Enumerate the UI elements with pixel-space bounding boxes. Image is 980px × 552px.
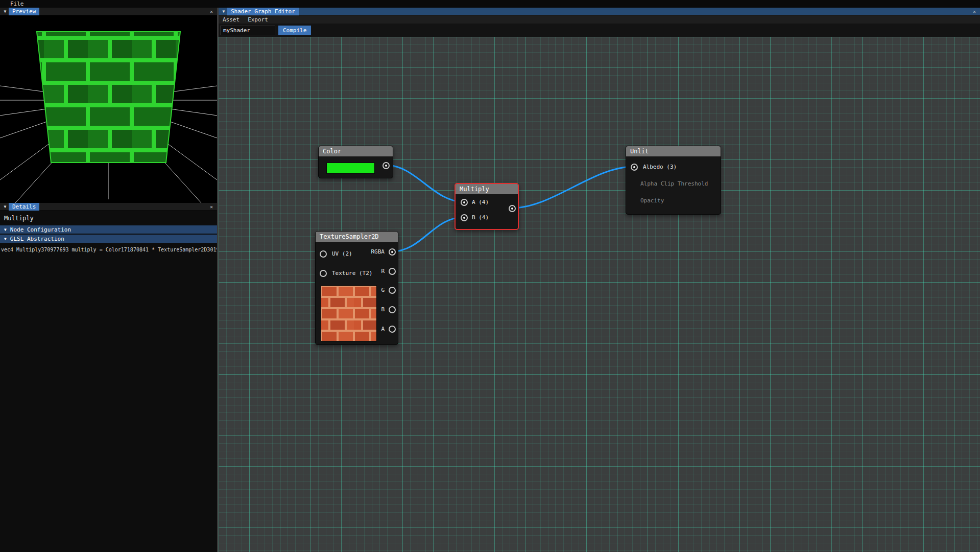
details-tab[interactable]: Details (9, 203, 39, 211)
preview-panel: ▼ Preview ✕ (0, 8, 217, 203)
details-body: Multiply ▼ Node Configuration ▼ GLSL Abs… (0, 211, 217, 552)
pin-multiply-a-input[interactable] (461, 199, 468, 206)
graph-titlebar[interactable]: ▼ Shader Graph Editor ✕ (219, 8, 980, 15)
pin-multiply-b-input[interactable] (461, 214, 468, 221)
pin-a-output[interactable] (389, 326, 396, 333)
node-multiply[interactable]: Multiply A (4) B (4) (455, 183, 519, 230)
pin-g-output[interactable] (389, 287, 396, 294)
port-label-a: A (381, 326, 385, 333)
node-texture-sampler-header[interactable]: TextureSampler2D (316, 232, 398, 242)
selected-node-name: Multiply (0, 213, 217, 224)
node-color[interactable]: Color (318, 146, 393, 178)
shader-name-input[interactable] (220, 26, 275, 35)
preview-3d-scene (0, 15, 217, 203)
collapse-arrow-icon[interactable]: ▼ (3, 204, 8, 209)
left-column: ▼ Preview ✕ (0, 8, 217, 552)
pin-b-output[interactable] (389, 306, 396, 313)
preview-titlebar[interactable]: ▼ Preview ✕ (0, 8, 217, 15)
app-window: File ▼ Preview ✕ (0, 0, 980, 552)
graph-canvas[interactable]: Color Multiply A (4) B (4) TextureSample… (219, 37, 980, 552)
wire-multiply-to-unlit-albedo[interactable] (512, 167, 634, 208)
graph-toolbar: Compile (219, 24, 980, 37)
node-multiply-header[interactable]: Multiply (456, 184, 518, 194)
wire-color-to-multiply-a[interactable] (386, 165, 464, 202)
graph-tab[interactable]: Shader Graph Editor (227, 8, 299, 15)
shader-graph-window: ▼ Shader Graph Editor ✕ Asset Export Com… (219, 8, 980, 552)
menu-export[interactable]: Export (244, 16, 272, 23)
collapse-arrow-icon[interactable]: ▼ (3, 9, 8, 14)
main-area: ▼ Preview ✕ (0, 8, 980, 552)
port-label-b: B (381, 306, 385, 313)
graph-menu-bar: Asset Export (219, 15, 980, 24)
port-label-r: R (381, 268, 385, 275)
collapse-arrow-icon[interactable]: ▼ (221, 9, 226, 14)
node-color-header[interactable]: Color (319, 146, 393, 156)
port-label-b: B (4) (472, 214, 489, 221)
port-label-a: A (4) (472, 199, 489, 206)
pin-uv-input[interactable] (320, 250, 327, 258)
port-label-opacity: Opacity (640, 197, 664, 204)
node-texture-sampler[interactable]: TextureSampler2D UV (2) Texture (T2) RGB… (315, 231, 398, 345)
port-label-alpha-clip-threshold: Alpha Clip Threshold (640, 180, 708, 188)
close-icon[interactable]: ✕ (208, 203, 215, 211)
close-icon[interactable]: ✕ (971, 8, 978, 15)
collapse-arrow-icon: ▼ (4, 237, 7, 241)
pin-rgba-output[interactable] (389, 248, 396, 256)
pin-r-output[interactable] (389, 268, 396, 275)
details-panel: ▼ Details ✕ Multiply ▼ Node Configuratio… (0, 203, 217, 552)
preview-mesh-wall (37, 32, 180, 163)
details-titlebar[interactable]: ▼ Details ✕ (0, 203, 217, 211)
port-label-g: G (381, 287, 385, 294)
port-label-uv: UV (2) (332, 250, 352, 258)
node-unlit[interactable]: Unlit Albedo (3) Alpha Clip Threshold Op… (626, 146, 721, 215)
texture-preview-thumbnail[interactable] (321, 285, 377, 341)
pin-multiply-output[interactable] (509, 205, 516, 212)
menu-file[interactable]: File (6, 1, 28, 7)
preview-viewport[interactable] (0, 15, 217, 203)
section-label: GLSL Abstraction (10, 236, 64, 242)
node-configuration-header[interactable]: ▼ Node Configuration (0, 225, 217, 234)
pin-color-output[interactable] (383, 162, 390, 169)
close-icon[interactable]: ✕ (208, 8, 215, 15)
compile-button[interactable]: Compile (278, 26, 311, 35)
glsl-code-line: vec4 Multiply370977693_multiply = Color1… (0, 243, 217, 252)
glsl-abstraction-header[interactable]: ▼ GLSL Abstraction (0, 235, 217, 243)
pin-texture-input[interactable] (320, 270, 327, 277)
node-unlit-header[interactable]: Unlit (626, 146, 721, 156)
brick-texture-image (321, 286, 376, 341)
collapse-arrow-icon: ▼ (4, 227, 7, 232)
pin-albedo-input[interactable] (631, 164, 638, 171)
preview-tab[interactable]: Preview (9, 8, 39, 15)
port-label-texture: Texture (T2) (332, 270, 372, 277)
port-label-albedo: Albedo (3) (643, 164, 677, 171)
section-label: Node Configuration (10, 226, 71, 233)
port-label-rgba: RGBA (371, 248, 385, 256)
color-swatch[interactable] (326, 163, 375, 174)
main-menu-bar: File (0, 0, 980, 8)
wire-texture-rgba-to-multiply-b[interactable] (392, 217, 464, 251)
menu-asset[interactable]: Asset (219, 16, 244, 23)
